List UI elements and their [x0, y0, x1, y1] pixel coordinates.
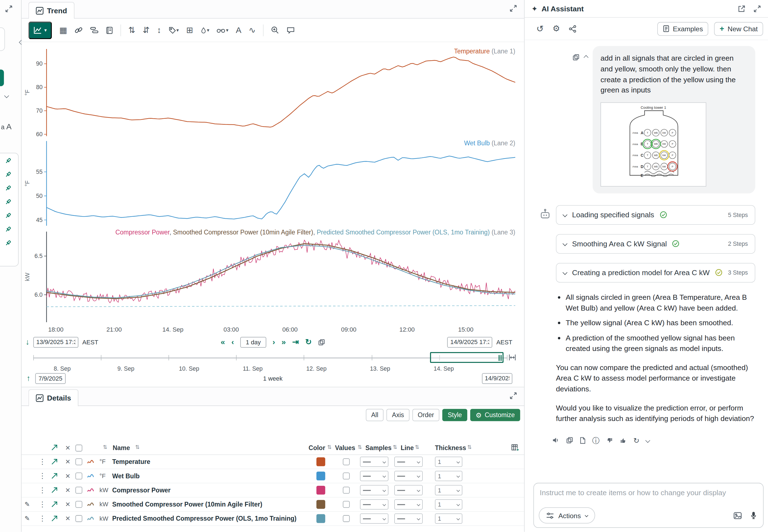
step-forward-icon[interactable]: ›: [272, 338, 275, 346]
gridlines-icon[interactable]: ⊞: [186, 26, 193, 34]
actions-button[interactable]: Actions: [539, 507, 595, 523]
color-swatch[interactable]: [316, 514, 325, 523]
journal-icon[interactable]: [106, 26, 113, 34]
gear-icon[interactable]: ⚙: [553, 24, 560, 33]
samples-display-icon[interactable]: ∿: [249, 26, 256, 34]
annotate-icon[interactable]: [287, 26, 295, 34]
pin-icon[interactable]: [4, 226, 18, 233]
selected-range-window[interactable]: [430, 352, 503, 363]
sort-icon[interactable]: ⇅: [135, 444, 140, 451]
chat-input[interactable]: [540, 488, 757, 497]
duration-box[interactable]: 1 day: [240, 337, 266, 348]
expand-trend-icon[interactable]: [509, 4, 517, 12]
tab-trend[interactable]: Trend: [29, 2, 74, 19]
samples-dropdown[interactable]: [360, 471, 388, 481]
row-checkbox[interactable]: [75, 487, 82, 494]
chart-canvas[interactable]: 60708090°F455055°F6.06.5kW: [22, 47, 524, 326]
document-icon[interactable]: [579, 437, 586, 444]
font-size-control[interactable]: a A: [1, 122, 12, 131]
read-aloud-icon[interactable]: [552, 437, 560, 444]
line-dropdown[interactable]: [394, 485, 423, 495]
samples-dropdown[interactable]: [360, 457, 388, 467]
row-checkbox[interactable]: [75, 458, 82, 465]
line-dropdown[interactable]: [394, 457, 423, 467]
row-menu-icon[interactable]: ⋮: [39, 514, 46, 523]
pin-icon[interactable]: [4, 157, 18, 165]
thickness-dropdown[interactable]: 1: [435, 513, 462, 524]
pin-icon[interactable]: [4, 239, 18, 247]
copy-range-icon[interactable]: [318, 339, 325, 346]
remove-all-icon[interactable]: ✕: [65, 444, 70, 452]
investigate-range-slider[interactable]: [22, 352, 524, 364]
pin-icon[interactable]: [4, 198, 18, 206]
filter-axis-button[interactable]: Axis: [386, 409, 409, 421]
row-checkbox[interactable]: [75, 515, 82, 522]
expand-workbench-icon[interactable]: [5, 5, 13, 13]
pin-icon[interactable]: [4, 212, 18, 219]
range-handle[interactable]: [499, 355, 502, 361]
series-prediction-boundary[interactable]: [47, 306, 515, 307]
refresh-range-icon[interactable]: ↻: [305, 338, 312, 346]
sort-icon[interactable]: ⇅: [467, 444, 472, 451]
filter-all-button[interactable]: All: [366, 409, 383, 421]
investigate-start-input[interactable]: [35, 373, 66, 384]
chat-composer[interactable]: Actions: [534, 483, 764, 528]
table-row[interactable]: ✎ ⋮ ✕ kW Predicted Smoothed Compressor P…: [22, 512, 524, 526]
add-column-icon[interactable]: [511, 444, 519, 451]
step-to-end-icon[interactable]: ⇥: [292, 338, 299, 346]
sort-icon[interactable]: ⇅: [327, 444, 332, 451]
series-smoothed-compressor-power-10min-agile-filter-[interactable]: [47, 244, 515, 298]
filter-order-button[interactable]: Order: [412, 409, 439, 421]
pencil-icon[interactable]: ✎: [24, 515, 30, 522]
collapsed-active-item[interactable]: [0, 69, 4, 86]
values-checkbox[interactable]: [343, 515, 350, 522]
expand-investigate-range-icon[interactable]: ↑: [27, 375, 30, 382]
row-menu-icon[interactable]: ⋮: [39, 486, 46, 495]
color-swatch[interactable]: [316, 457, 325, 466]
signal-name[interactable]: Predicted Smoothed Compressor Power (OLS…: [112, 515, 297, 522]
expand-ai-icon[interactable]: [753, 5, 761, 12]
signal-compare-icon[interactable]: ⇅: [128, 26, 135, 34]
row-checkbox[interactable]: [75, 472, 82, 479]
navigate-all-icon[interactable]: [51, 444, 58, 451]
display-end-input[interactable]: [447, 337, 493, 348]
shift-range-icon[interactable]: ↓: [25, 338, 29, 346]
chevron-down-icon[interactable]: [645, 438, 650, 443]
remove-icon[interactable]: ✕: [65, 515, 70, 522]
labels-icon[interactable]: A: [236, 26, 241, 34]
color-swatch[interactable]: [316, 500, 325, 509]
table-row[interactable]: ✎ ⋮ ✕ kW Compressor Power 1: [22, 483, 524, 497]
copy-icon[interactable]: [566, 437, 573, 444]
step-back-fast-icon[interactable]: «: [221, 338, 225, 346]
trend-chart-area[interactable]: 60708090°F455055°F6.06.5kW Temperature (…: [22, 47, 524, 334]
pin-icon[interactable]: [4, 171, 18, 178]
table-row[interactable]: ✎ ⋮ ✕ °F Temperature 1: [22, 455, 524, 469]
navigate-icon[interactable]: [51, 501, 58, 508]
remove-icon[interactable]: ✕: [65, 458, 70, 466]
row-menu-icon[interactable]: ⋮: [39, 457, 46, 466]
select-all-checkbox[interactable]: [75, 445, 82, 451]
thumbs-down-icon[interactable]: [606, 437, 613, 444]
sort-icon[interactable]: ⇅: [415, 444, 419, 451]
navigate-icon[interactable]: [51, 458, 58, 465]
info-icon[interactable]: ⓘ: [592, 437, 600, 444]
zoom-icon[interactable]: [271, 26, 279, 34]
style-button[interactable]: Style: [442, 409, 467, 421]
customize-button[interactable]: ⚙Customize: [470, 409, 520, 421]
thickness-dropdown[interactable]: 1: [435, 471, 462, 481]
table-row[interactable]: ✎ ⋮ ✕ kW Smoothed Compressor Power (10mi…: [22, 497, 524, 512]
values-checkbox[interactable]: [343, 472, 350, 479]
collapse-message-icon[interactable]: [584, 55, 589, 60]
line-dropdown[interactable]: [394, 499, 423, 510]
view-type-button[interactable]: ▾: [29, 21, 52, 39]
samples-dropdown[interactable]: [360, 485, 388, 495]
step-forward-fast-icon[interactable]: »: [282, 338, 286, 346]
fit-range-icon[interactable]: [508, 353, 516, 361]
column-header-name[interactable]: Name: [113, 444, 130, 452]
row-checkbox[interactable]: [75, 501, 82, 508]
samples-dropdown[interactable]: [360, 499, 388, 510]
thickness-dropdown[interactable]: 1: [435, 499, 462, 510]
navigate-icon[interactable]: [51, 472, 58, 479]
series-temperature[interactable]: [47, 57, 515, 127]
pencil-icon[interactable]: ✎: [24, 501, 30, 508]
